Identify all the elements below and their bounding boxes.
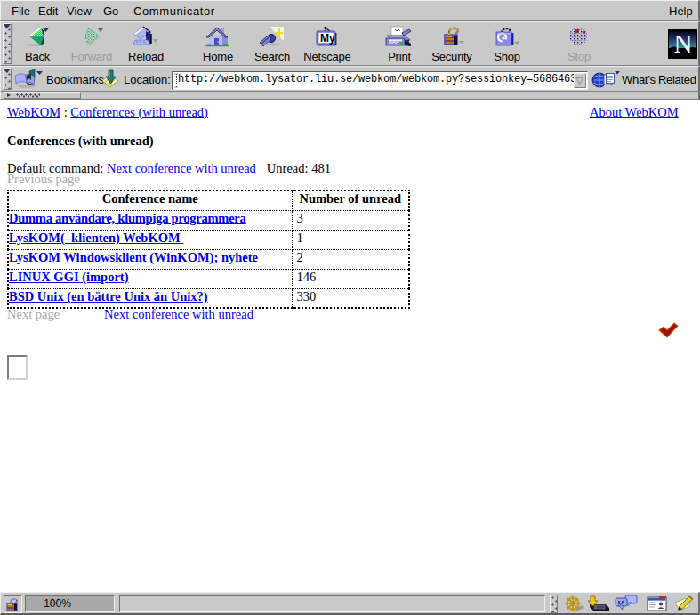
svg-text:My: My — [320, 32, 335, 45]
svg-text:N: N — [674, 29, 693, 58]
